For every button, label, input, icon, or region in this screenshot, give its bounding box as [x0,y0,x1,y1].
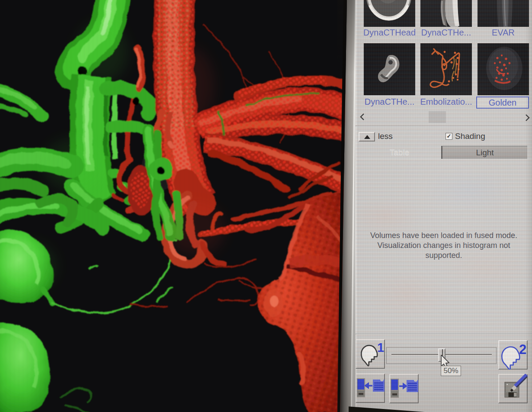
svg-text:1: 1 [377,341,384,354]
svg-text:2: 2 [519,342,526,357]
